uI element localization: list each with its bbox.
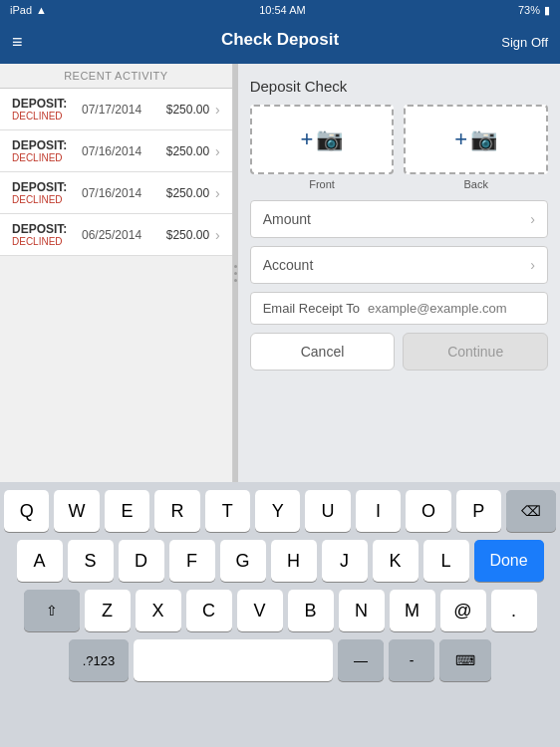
done-key[interactable]: Done xyxy=(474,540,544,582)
back-label: Back xyxy=(463,178,487,190)
transaction-status: DECLINED xyxy=(12,236,82,247)
key-Z[interactable]: Z xyxy=(85,590,131,631)
continue-button[interactable]: Continue xyxy=(403,333,548,371)
recent-activity-header: RECENT ACTIVITY xyxy=(0,64,232,89)
status-time: 10:54 AM xyxy=(259,4,305,16)
key-F[interactable]: F xyxy=(169,540,215,582)
camera-icon: 📷 xyxy=(470,126,497,152)
key-B[interactable]: B xyxy=(288,590,334,631)
transaction-date: 06/25/2014 xyxy=(82,228,166,242)
space-key[interactable] xyxy=(134,639,333,681)
email-receipt-label: Email Receipt To xyxy=(263,301,360,316)
back-photo-button[interactable]: + 📷 xyxy=(404,105,548,174)
email-receipt-field: Email Receipt To xyxy=(250,292,548,325)
back-photo-box: + 📷 Back xyxy=(404,105,548,190)
key-R[interactable]: R xyxy=(154,490,199,532)
battery-percent: 73% xyxy=(518,4,540,16)
status-right: 73% ▮ xyxy=(518,4,550,17)
amount-label: Amount xyxy=(263,211,311,227)
account-field[interactable]: Account › xyxy=(250,246,548,284)
transaction-status: DECLINED xyxy=(12,194,82,205)
key-Y[interactable]: Y xyxy=(255,490,300,532)
sign-off-button[interactable]: Sign Off xyxy=(501,35,548,50)
nav-bar: ≡ Check Deposit Sign Off xyxy=(0,20,560,64)
key-E[interactable]: E xyxy=(105,490,149,532)
right-panel: Deposit Check + 📷 Front + 📷 Back Amount … xyxy=(238,64,560,482)
transaction-amount: $250.00 xyxy=(166,144,209,158)
transaction-type: DEPOSIT: xyxy=(12,180,82,194)
numbers-key[interactable]: .?123 xyxy=(69,639,129,681)
cancel-button[interactable]: Cancel xyxy=(250,333,396,371)
amount-field[interactable]: Amount › xyxy=(250,200,548,238)
table-row[interactable]: DEPOSIT: DECLINED 06/25/2014 $250.00 › xyxy=(0,214,232,256)
camera-icon: 📷 xyxy=(316,126,343,152)
key-L[interactable]: L xyxy=(423,540,469,582)
status-left: iPad ▲ xyxy=(10,4,47,16)
key-C[interactable]: C xyxy=(186,590,232,631)
key-M[interactable]: M xyxy=(390,590,435,631)
action-buttons: Cancel Continue xyxy=(250,333,548,371)
front-photo-button[interactable]: + 📷 xyxy=(250,105,395,174)
plus-icon: + xyxy=(454,126,467,152)
chevron-right-icon: › xyxy=(215,143,220,159)
photo-row: + 📷 Front + 📷 Back xyxy=(250,105,548,190)
key-period[interactable]: . xyxy=(491,590,537,631)
transaction-type: DEPOSIT: xyxy=(12,222,82,236)
key-Q[interactable]: Q xyxy=(4,490,49,532)
main-content: RECENT ACTIVITY DEPOSIT: DECLINED 07/17/… xyxy=(0,64,560,482)
shift-key[interactable]: ⇧ xyxy=(24,590,80,631)
table-row[interactable]: DEPOSIT: DECLINED 07/16/2014 $250.00 › xyxy=(0,130,232,172)
keyboard-switch-key[interactable]: ⌨ xyxy=(439,639,491,681)
chevron-right-icon: › xyxy=(215,185,220,201)
transaction-date: 07/16/2014 xyxy=(82,186,166,200)
key-A[interactable]: A xyxy=(17,540,63,582)
keyboard-row-3: ⇧ Z X C V B N M @ . xyxy=(4,590,556,631)
menu-icon[interactable]: ≡ xyxy=(12,32,23,53)
key-at[interactable]: @ xyxy=(440,590,486,631)
transaction-amount: $250.00 xyxy=(166,228,209,242)
dash-key[interactable]: - xyxy=(389,639,434,681)
key-P[interactable]: P xyxy=(456,490,501,532)
chevron-right-icon: › xyxy=(215,102,220,118)
status-bar: iPad ▲ 10:54 AM 73% ▮ xyxy=(0,0,560,20)
battery-icon: ▮ xyxy=(544,4,550,17)
transaction-status: DECLINED xyxy=(12,111,82,122)
account-chevron-icon: › xyxy=(530,257,535,273)
transaction-type: DEPOSIT: xyxy=(12,97,82,111)
keyboard: Q W E R T Y U I O P ⌫ A S D F G H J K L … xyxy=(0,482,560,693)
key-S[interactable]: S xyxy=(68,540,114,582)
front-label: Front xyxy=(309,178,335,190)
key-U[interactable]: U xyxy=(305,490,350,532)
transaction-amount: $250.00 xyxy=(166,103,209,117)
transaction-amount: $250.00 xyxy=(166,186,209,200)
emdash-key[interactable]: — xyxy=(338,639,384,681)
transaction-status: DECLINED xyxy=(12,152,82,163)
key-W[interactable]: W xyxy=(54,490,99,532)
wifi-icon: ▲ xyxy=(36,4,47,16)
key-H[interactable]: H xyxy=(271,540,317,582)
deposit-check-title: Deposit Check xyxy=(250,78,548,95)
key-X[interactable]: X xyxy=(136,590,181,631)
keyboard-row-1: Q W E R T Y U I O P ⌫ xyxy=(4,490,556,532)
left-panel: RECENT ACTIVITY DEPOSIT: DECLINED 07/17/… xyxy=(0,64,233,482)
key-D[interactable]: D xyxy=(119,540,164,582)
key-G[interactable]: G xyxy=(220,540,266,582)
key-N[interactable]: N xyxy=(339,590,385,631)
backspace-key[interactable]: ⌫ xyxy=(506,490,556,532)
table-row[interactable]: DEPOSIT: DECLINED 07/17/2014 $250.00 › xyxy=(0,89,232,130)
chevron-right-icon: › xyxy=(215,227,220,243)
key-V[interactable]: V xyxy=(237,590,283,631)
carrier-label: iPad xyxy=(10,4,32,16)
table-row[interactable]: DEPOSIT: DECLINED 07/16/2014 $250.00 › xyxy=(0,172,232,214)
key-O[interactable]: O xyxy=(406,490,450,532)
key-T[interactable]: T xyxy=(205,490,250,532)
keyboard-row-4: .?123 — - ⌨ xyxy=(4,639,556,681)
transaction-type: DEPOSIT: xyxy=(12,138,82,152)
page-title: Check Deposit xyxy=(221,30,339,50)
plus-icon: + xyxy=(301,126,314,152)
key-J[interactable]: J xyxy=(322,540,368,582)
key-I[interactable]: I xyxy=(356,490,401,532)
account-label: Account xyxy=(263,257,314,273)
email-input[interactable] xyxy=(368,301,535,316)
key-K[interactable]: K xyxy=(373,540,419,582)
